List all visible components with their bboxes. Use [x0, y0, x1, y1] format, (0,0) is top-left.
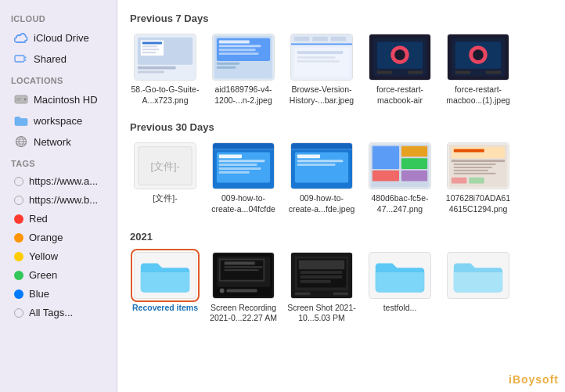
svg-rect-12	[138, 71, 164, 74]
file-thumbnail-selected	[134, 252, 196, 299]
file-name: aid1689796-v4-1200-...n-2.jpeg	[209, 85, 278, 106]
file-name: testfold...	[383, 303, 417, 314]
sidebar-label-tag-green: Green	[29, 269, 57, 281]
svg-rect-15	[142, 45, 158, 47]
list-item[interactable]: 107628i70ADA61 4615C1294.png	[443, 142, 513, 214]
svg-rect-86	[452, 178, 467, 184]
svg-rect-26	[217, 67, 236, 69]
file-thumbnail	[134, 34, 196, 81]
sidebar-item-network[interactable]: Network	[3, 131, 113, 152]
svg-rect-35	[297, 56, 336, 59]
svg-rect-95	[225, 269, 259, 271]
svg-rect-93	[225, 261, 255, 264]
svg-rect-50	[486, 71, 502, 74]
file-name: force-restart-macboo...(1).jpeg	[444, 85, 513, 106]
sidebar-label-network: Network	[34, 136, 71, 148]
svg-rect-59	[219, 160, 265, 162]
list-item[interactable]: aid1689796-v4-1200-...n-2.jpeg	[208, 34, 279, 106]
svg-rect-32	[291, 43, 352, 45]
svg-rect-55	[213, 143, 274, 149]
file-thumbnail	[447, 252, 509, 299]
svg-rect-104	[300, 275, 343, 279]
svg-rect-75	[372, 171, 399, 182]
file-name-recovered: Recovered items	[132, 303, 198, 314]
sidebar-item-icloud-drive[interactable]: iCloud Drive	[3, 27, 113, 48]
sidebar-item-tag-yellow[interactable]: Yellow	[3, 247, 113, 265]
section-title-30days: Previous 30 Days	[130, 121, 552, 133]
svg-rect-73	[401, 146, 427, 157]
sidebar-item-tag-blue[interactable]: Blue	[3, 285, 113, 303]
file-name: force-restart-macbook-air	[365, 85, 434, 106]
svg-rect-69	[297, 164, 336, 166]
svg-rect-82	[454, 164, 496, 165]
list-item[interactable]: Recovered items	[130, 252, 200, 324]
list-item[interactable]: Screen Shot 2021-10...5.03 PM	[286, 252, 357, 324]
list-item[interactable]: force-restart-macboo...(1).jpeg	[443, 34, 513, 106]
file-name: [文件]-	[153, 193, 177, 204]
svg-point-48	[473, 49, 484, 60]
sidebar-label-workspace: workspace	[34, 115, 82, 127]
svg-rect-36	[297, 60, 340, 63]
svg-rect-102	[299, 260, 345, 269]
tag-blue-icon	[14, 290, 23, 299]
svg-rect-62	[219, 171, 250, 174]
svg-rect-80	[454, 149, 484, 153]
list-item[interactable]: 480d6bac-fc5e-47...247.png	[365, 142, 435, 214]
sidebar-item-tag-url1[interactable]: https://www.a...	[3, 172, 113, 190]
svg-rect-24	[219, 52, 259, 55]
svg-rect-22	[219, 45, 261, 47]
file-name: 480d6bac-fc5e-47...247.png	[365, 193, 434, 214]
list-item[interactable]: 009-how-to-create-a...fde.jpeg	[286, 142, 357, 214]
svg-rect-87	[469, 178, 484, 184]
sidebar-item-workspace[interactable]: workspace	[3, 110, 113, 131]
sidebar-item-tag-all[interactable]: All Tags...	[3, 304, 113, 322]
file-thumbnail: [文件]-	[134, 142, 196, 189]
list-item[interactable]: [文件]- [文件]-	[130, 142, 200, 214]
svg-rect-61	[219, 167, 261, 170]
sidebar-item-tag-url2[interactable]: https://www.b...	[3, 191, 113, 209]
list-item[interactable]	[443, 252, 513, 324]
list-item[interactable]: 58.-Go-to-G-Suite-A...x723.png	[130, 34, 200, 106]
file-name: 107628i70ADA61 4615C1294.png	[444, 193, 513, 214]
sidebar-item-tag-orange[interactable]: Orange	[3, 228, 113, 246]
svg-rect-11	[138, 67, 176, 70]
sidebar-label-icloud-drive: iCloud Drive	[34, 32, 89, 44]
svg-rect-97	[227, 289, 257, 292]
svg-rect-16	[142, 49, 159, 50]
tag-none-icon-2	[14, 196, 23, 205]
svg-rect-42	[377, 71, 393, 74]
sidebar-item-tag-red[interactable]: Red	[3, 210, 113, 228]
svg-rect-23	[219, 49, 256, 51]
sidebar-item-shared[interactable]: Shared	[3, 49, 113, 69]
file-thumbnail	[290, 142, 353, 189]
list-item[interactable]: 009-how-to-create-a...04fcfde	[208, 142, 279, 214]
svg-rect-17	[142, 52, 157, 53]
list-item[interactable]: Browse-Version-History-...bar.jpeg	[286, 34, 357, 106]
file-thumbnail	[369, 142, 431, 189]
sidebar-label-macintosh-hd: Macintosh HD	[34, 94, 98, 106]
tag-all-icon	[14, 308, 23, 318]
list-item[interactable]: Screen Recording 2021-0...22.27 AM	[208, 252, 279, 324]
svg-rect-31	[331, 37, 347, 41]
sidebar-label-tag-blue: Blue	[29, 288, 49, 300]
svg-rect-30	[312, 37, 328, 41]
file-grid-2021: Recovered items Screen Recording 2021-0.…	[130, 252, 552, 324]
file-name: Browse-Version-History-...bar.jpeg	[287, 85, 356, 106]
svg-rect-85	[454, 173, 496, 174]
file-thumbnail	[212, 34, 275, 81]
file-name: 009-how-to-create-a...04fcfde	[209, 193, 278, 214]
tag-green-icon	[14, 271, 23, 280]
tag-orange-icon	[14, 233, 23, 243]
list-item[interactable]: testfold...	[365, 252, 435, 324]
svg-rect-60	[219, 164, 257, 166]
list-item[interactable]: force-restart-macbook-air	[365, 34, 435, 106]
svg-rect-81	[452, 160, 505, 162]
svg-rect-84	[454, 170, 488, 171]
svg-rect-83	[454, 167, 492, 168]
sidebar-item-tag-green[interactable]: Green	[3, 266, 113, 284]
file-thumbnail	[290, 252, 353, 299]
svg-rect-72	[372, 146, 399, 169]
svg-rect-105	[300, 279, 331, 282]
svg-text:[文件]-: [文件]-	[150, 161, 179, 172]
sidebar-item-macintosh-hd[interactable]: Macintosh HD	[3, 89, 113, 110]
